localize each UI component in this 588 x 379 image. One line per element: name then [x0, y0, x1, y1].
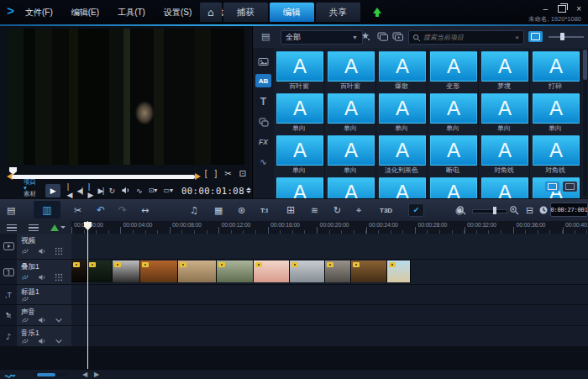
- aspect-option-button[interactable]: ▭▾: [163, 187, 173, 194]
- category-title-icon[interactable]: T: [255, 95, 271, 108]
- transition-item[interactable]: A单向: [530, 91, 581, 133]
- audio-wave-button[interactable]: ∿: [136, 187, 143, 195]
- zoom-in-button[interactable]: [509, 203, 519, 217]
- volume-button[interactable]: [121, 186, 130, 195]
- preview-timecode[interactable]: 00:00:01:08: [181, 186, 244, 196]
- show-library-videos-icon[interactable]: [392, 31, 403, 41]
- video-track-lane[interactable]: [71, 234, 588, 259]
- transition-item[interactable]: A单向: [274, 91, 325, 133]
- split-screen-grid-button[interactable]: ⊞: [286, 203, 295, 217]
- transition-item[interactable]: A百叶窗: [325, 49, 376, 91]
- timeline-view-button[interactable]: ▥: [34, 201, 60, 218]
- auto-music-button[interactable]: ♫: [190, 203, 198, 217]
- restore-button[interactable]: [558, 5, 566, 13]
- timeline-clip[interactable]: [254, 261, 290, 282]
- show-library-photos-icon[interactable]: [377, 31, 388, 41]
- search-input[interactable]: [421, 34, 515, 41]
- speaker-icon[interactable]: [38, 273, 46, 282]
- transition-item[interactable]: A爆散: [376, 49, 428, 91]
- record-capture-button[interactable]: ◉: [165, 203, 588, 217]
- scrollbar-thumb[interactable]: [583, 50, 587, 80]
- motion-tracking-button[interactable]: ⌖: [356, 203, 361, 217]
- thumbnail-view-toggle[interactable]: [528, 31, 543, 42]
- ripple-edit-button[interactable]: ↔: [141, 203, 149, 217]
- tab-capture[interactable]: 捕获: [223, 3, 268, 22]
- transparency-grid-icon[interactable]: [55, 273, 63, 282]
- overlay-track-lane[interactable]: [71, 260, 588, 284]
- 3d-title-button[interactable]: T3D: [380, 203, 392, 217]
- timecode-spinner[interactable]: [246, 187, 251, 193]
- chevron-down-icon[interactable]: [55, 337, 63, 345]
- category-graphics-icon[interactable]: [255, 115, 271, 129]
- transition-thumbnail[interactable]: A: [276, 135, 323, 166]
- transition-item[interactable]: A: [325, 175, 376, 198]
- transition-item[interactable]: A梦境: [479, 49, 530, 91]
- storyboard-view-button[interactable]: ▤: [7, 203, 15, 217]
- music-track-lane[interactable]: [71, 326, 588, 346]
- menu-item[interactable]: 文件(F): [25, 7, 53, 18]
- transition-thumbnail[interactable]: A: [379, 177, 426, 198]
- subtitle-editor-button[interactable]: T:I: [260, 203, 268, 217]
- thumbnail-size-slider[interactable]: [549, 36, 584, 38]
- transition-thumbnail[interactable]: A: [430, 135, 477, 166]
- zoom-slider-handle[interactable]: [493, 207, 496, 214]
- next-frame-button[interactable]: |▶: [88, 182, 92, 199]
- transition-thumbnail[interactable]: A: [328, 177, 375, 198]
- transition-item[interactable]: A单向: [428, 91, 479, 133]
- close-button[interactable]: ×: [576, 4, 581, 13]
- mask-creator-button[interactable]: ✔: [408, 203, 424, 217]
- tab-edit[interactable]: 编辑: [270, 3, 314, 22]
- transition-item[interactable]: A百叶窗: [274, 49, 325, 91]
- timeline-zoom-slider[interactable]: [472, 209, 507, 213]
- add-favorite-star-icon[interactable]: [360, 31, 370, 41]
- transition-thumbnail[interactable]: A: [328, 51, 375, 82]
- track-manager-icon[interactable]: [7, 224, 17, 231]
- transition-item[interactable]: A对角线: [479, 133, 530, 175]
- transition-thumbnail[interactable]: A: [533, 135, 580, 166]
- transition-thumbnail[interactable]: A: [328, 93, 375, 124]
- scrub-bar[interactable]: [12, 175, 195, 179]
- speaker-icon[interactable]: [38, 247, 46, 255]
- zoom-out-button[interactable]: [456, 203, 466, 217]
- voice-track-header[interactable]: 声音: [0, 305, 71, 325]
- snapshot-button[interactable]: ▦: [214, 203, 223, 217]
- scroll-left-button[interactable]: ◀: [82, 371, 87, 378]
- prev-frame-button[interactable]: ◀|: [77, 187, 82, 195]
- go-start-button[interactable]: |◀: [66, 182, 71, 199]
- speaker-icon[interactable]: [38, 337, 46, 345]
- tab-home[interactable]: ⌂: [200, 3, 222, 22]
- transition-thumbnail[interactable]: A: [430, 51, 477, 82]
- transition-item[interactable]: A单向: [479, 91, 530, 133]
- link-icon[interactable]: [21, 247, 29, 255]
- trim-end-handle[interactable]: [195, 173, 201, 180]
- transition-item[interactable]: A单向: [325, 91, 376, 133]
- transition-thumbnail[interactable]: A: [328, 135, 375, 166]
- chevron-down-icon[interactable]: [55, 316, 63, 324]
- transition-thumbnail[interactable]: A: [481, 51, 528, 82]
- add-track-button[interactable]: [50, 224, 66, 231]
- transition-thumbnail[interactable]: A: [481, 135, 528, 166]
- link-icon[interactable]: [21, 316, 29, 324]
- music-track-header[interactable]: ♪ 音乐1: [0, 326, 71, 346]
- menu-item[interactable]: 编辑(E): [71, 7, 99, 18]
- go-end-button[interactable]: ▶|: [98, 187, 103, 195]
- link-icon[interactable]: [21, 295, 29, 303]
- transition-thumbnail[interactable]: A: [379, 135, 426, 166]
- overlay-track-header[interactable]: 叠加1: [0, 260, 71, 284]
- timeline-playhead-line[interactable]: [87, 221, 88, 369]
- transition-thumbnail[interactable]: A: [430, 93, 477, 124]
- scroll-right-button[interactable]: ▶: [94, 371, 99, 378]
- transition-item[interactable]: A单向: [274, 133, 325, 175]
- speaker-icon[interactable]: [38, 316, 46, 324]
- gallery-scrollbar[interactable]: [583, 49, 587, 197]
- video-track-header[interactable]: 视频: [0, 234, 71, 259]
- undo-button[interactable]: ↶: [97, 203, 105, 217]
- display-mode-off-button[interactable]: [563, 182, 577, 192]
- mark-in-button[interactable]: [: [205, 169, 207, 178]
- timeline-clip[interactable]: [217, 261, 254, 282]
- transition-thumbnail[interactable]: A: [430, 177, 477, 198]
- minimize-button[interactable]: –: [543, 4, 549, 13]
- title-track-header[interactable]: ,T 标题1: [0, 285, 71, 304]
- enlarge-preview-button[interactable]: ⊡: [239, 169, 246, 178]
- transition-item[interactable]: A变形: [428, 49, 479, 91]
